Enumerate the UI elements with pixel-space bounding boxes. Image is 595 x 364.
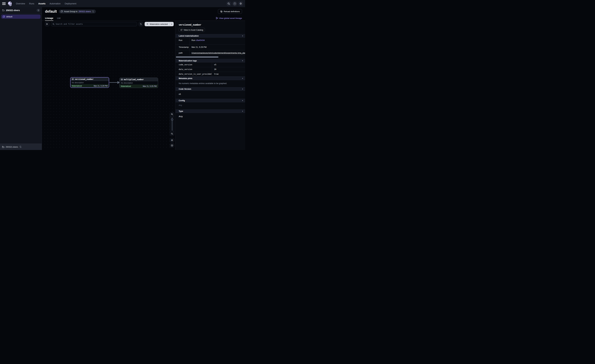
row-label: Run bbox=[176, 38, 190, 44]
top-nav: Overview Runs Assets Automation Deployme… bbox=[0, 0, 245, 7]
sidebar-group-label: 250321-dvers bbox=[6, 9, 36, 12]
settings-button[interactable]: ⚙ bbox=[238, 1, 243, 6]
tab-lineage[interactable]: Lineage bbox=[45, 16, 53, 21]
zoom-out-icon bbox=[171, 133, 173, 135]
refresh-icon bbox=[140, 23, 142, 25]
materialized-timestamp: Mar 21, 5:25 PM bbox=[143, 85, 157, 87]
code-version-value: v5 bbox=[176, 91, 245, 99]
row-label: Timestamp bbox=[176, 44, 190, 50]
section-config[interactable]: Config ▾ bbox=[176, 99, 245, 102]
row-value: Run c9a40434 bbox=[190, 38, 245, 44]
gear-icon: ⚙ bbox=[171, 139, 173, 141]
sidebar-item-default[interactable]: default bbox=[1, 14, 41, 19]
sidebar-group-row[interactable]: 250321-dvers 1 bbox=[0, 7, 42, 14]
asset-node-versioned-number[interactable]: versioned_number No description Material… bbox=[70, 77, 109, 88]
download-icon bbox=[171, 144, 173, 147]
nav-overview[interactable]: Overview bbox=[16, 2, 25, 5]
refresh-graph-button[interactable] bbox=[139, 22, 143, 26]
asset-detail-title: versioned_number bbox=[176, 21, 245, 28]
zoom-in-icon bbox=[171, 113, 173, 115]
nav-automation[interactable]: Automation bbox=[50, 2, 61, 5]
nav-runs[interactable]: Runs bbox=[29, 2, 34, 5]
view-global-lineage-label: View global asset lineage bbox=[219, 17, 242, 19]
view-global-lineage-link[interactable]: View global asset lineage bbox=[216, 17, 242, 19]
code-location-name: 250321-dvers bbox=[6, 146, 18, 148]
reload-definitions-label: Reload definitions bbox=[224, 10, 240, 13]
asset-name: versioned_number bbox=[75, 78, 93, 80]
chevron-down-icon[interactable]: ▾ bbox=[242, 35, 243, 37]
chevron-down-icon[interactable]: ▾ bbox=[242, 110, 243, 112]
table-row: path /Users/smackesey/stm/code/elementl/… bbox=[176, 50, 245, 56]
asset-group-badge[interactable]: Asset Group in 250321-dvers bbox=[59, 9, 96, 14]
type-value: Any bbox=[176, 113, 245, 121]
materialize-dropdown-caret[interactable]: ▾ bbox=[170, 23, 174, 25]
path-link[interactable]: /Users/smackesey/stm/code/elementl/exper… bbox=[191, 52, 245, 54]
zoom-slider[interactable] bbox=[170, 116, 174, 132]
tabs-row: Lineage List View global asset lineage bbox=[42, 16, 245, 21]
canvas-dot-grid bbox=[42, 49, 175, 150]
chevron-down-icon[interactable]: ▾ bbox=[242, 88, 243, 90]
section-materialization-tags[interactable]: Materialization tags ▾ bbox=[176, 59, 245, 63]
graph-settings-button[interactable]: ⚙ bbox=[170, 138, 174, 142]
code-location-footer[interactable]: 250321-dvers bbox=[0, 144, 42, 150]
materialize-selected-label: Materialize selected bbox=[150, 23, 168, 25]
dagster-logo-icon[interactable] bbox=[7, 1, 13, 6]
reload-cube-icon bbox=[220, 10, 222, 13]
lineage-canvas[interactable]: Materialize selected ▾ versioned_ bbox=[42, 21, 175, 150]
section-code-version[interactable]: Code Version ▾ bbox=[176, 87, 245, 91]
section-metadata-plots[interactable]: Metadata plots ▾ bbox=[176, 77, 245, 80]
nav-deployment[interactable]: Deployment bbox=[65, 2, 77, 5]
zoom-in-button[interactable] bbox=[170, 112, 174, 116]
refresh-icon[interactable] bbox=[92, 10, 94, 13]
materialize-selected-button[interactable]: Materialize selected ▾ bbox=[145, 22, 174, 26]
search-button[interactable] bbox=[226, 1, 231, 6]
reload-definitions-button[interactable]: Reload definitions bbox=[218, 9, 242, 14]
chevron-down-icon[interactable]: ▾ bbox=[242, 100, 243, 101]
section-type[interactable]: Type ▾ bbox=[176, 109, 245, 113]
materialize-sparkle-icon bbox=[146, 23, 149, 25]
help-button[interactable]: ? bbox=[232, 1, 237, 6]
run-prefix: Run bbox=[191, 39, 195, 42]
latest-materialization-table: Run Run c9a40434 Timestamp Mar 21, 5:29 … bbox=[176, 38, 245, 56]
horizontal-scrollbar[interactable] bbox=[176, 56, 218, 57]
chevron-down-icon[interactable]: ▾ bbox=[242, 77, 243, 79]
sidebar-item-label: default bbox=[6, 15, 12, 18]
top-nav-actions: ? ⚙ bbox=[226, 1, 243, 6]
open-panel-button[interactable] bbox=[45, 22, 50, 26]
nav-assets[interactable]: Assets bbox=[38, 2, 45, 5]
search-icon bbox=[53, 23, 55, 25]
view-in-asset-catalog-button[interactable]: View in Asset Catalog bbox=[179, 28, 205, 32]
asset-node-multiplied-number[interactable]: multiplied_number No description Materia… bbox=[120, 78, 158, 88]
download-graph-button[interactable] bbox=[170, 143, 174, 147]
tab-list[interactable]: List bbox=[57, 16, 61, 21]
zoom-control-group bbox=[170, 112, 174, 136]
tag-key: data_version bbox=[176, 67, 212, 72]
section-latest-materialization[interactable]: Latest materialization ▾ bbox=[176, 34, 245, 38]
folder-icon bbox=[2, 146, 4, 148]
menu-icon[interactable] bbox=[2, 2, 6, 5]
external-link-icon bbox=[180, 29, 183, 31]
metadata-plots-empty-text: No numeric metadata entries available to… bbox=[176, 80, 245, 87]
panel-expand-icon bbox=[46, 23, 48, 25]
chevron-down-icon[interactable]: ▾ bbox=[242, 60, 243, 62]
section-title: Metadata plots bbox=[179, 77, 242, 79]
tag-value: 20 bbox=[212, 67, 245, 72]
run-id-link[interactable]: c9a40434 bbox=[196, 39, 205, 42]
search-icon bbox=[227, 2, 230, 5]
zoom-out-button[interactable] bbox=[170, 132, 174, 136]
asset-status-row: Materialized Mar 21, 5:29 PM bbox=[71, 84, 109, 87]
refresh-icon[interactable] bbox=[19, 146, 21, 148]
table-row: data_version_is_user_provided true bbox=[176, 72, 245, 77]
materialized-status: Materialized bbox=[121, 85, 131, 87]
zoom-slider-thumb[interactable] bbox=[171, 119, 173, 121]
asset-search-box[interactable] bbox=[51, 22, 137, 26]
search-input[interactable] bbox=[56, 23, 135, 25]
badge-prefix: Asset Group in bbox=[64, 10, 77, 13]
tag-key: code_version bbox=[176, 63, 212, 67]
badge-group-link[interactable]: 250321-dvers bbox=[78, 10, 91, 13]
section-title: Config bbox=[179, 99, 242, 102]
asset-group-icon bbox=[3, 15, 5, 18]
table-row: data_version 20 bbox=[176, 67, 245, 72]
section-title: Latest materialization bbox=[179, 35, 242, 37]
horizontal-scrollbar-track[interactable] bbox=[176, 56, 245, 58]
